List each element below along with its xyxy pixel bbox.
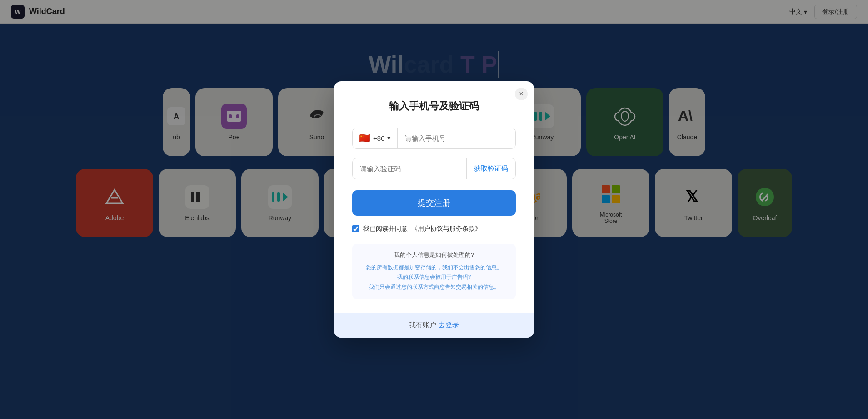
registration-modal: × 输入手机号及验证码 🇨🇳 +86 ▾ 获取验证码 提交注册 — [334, 81, 534, 338]
terms-link[interactable]: 《用户协议与服务条款》 — [411, 225, 481, 233]
get-code-button[interactable]: 获取验证码 — [466, 158, 515, 179]
privacy-section: 我的个人信息是如何被处理的? 您的所有数据都是加密存储的，我们不会出售您的信息。… — [352, 244, 516, 300]
modal-footer: 我有账户 去登录 — [334, 313, 534, 338]
dropdown-arrow-icon: ▾ — [387, 134, 391, 142]
modal-close-button[interactable]: × — [515, 88, 528, 100]
country-selector[interactable]: 🇨🇳 +86 ▾ — [353, 128, 398, 148]
privacy-line1: 您的所有数据都是加密存储的，我们不会出售您的信息。 — [359, 263, 509, 273]
privacy-line2: 我的联系信息会被用于广告吗? — [359, 272, 509, 282]
phone-input[interactable] — [398, 128, 515, 148]
privacy-line3: 我们只会通过您的联系方式向您告知交易相关的信息。 — [359, 282, 509, 292]
phone-input-group: 🇨🇳 +86 ▾ — [352, 128, 516, 149]
country-code: +86 — [373, 134, 384, 142]
modal-overlay: × 输入手机号及验证码 🇨🇳 +86 ▾ 获取验证码 提交注册 — [0, 0, 868, 419]
agree-row: 我已阅读并同意 《用户协议与服务条款》 — [352, 225, 516, 233]
verification-code-input[interactable] — [353, 158, 466, 179]
modal-title: 输入手机号及验证码 — [352, 99, 516, 113]
code-input-group: 获取验证码 — [352, 158, 516, 179]
modal-body: 输入手机号及验证码 🇨🇳 +86 ▾ 获取验证码 提交注册 我已阅读 — [334, 81, 534, 313]
agree-checkbox[interactable] — [352, 225, 359, 232]
submit-register-button[interactable]: 提交注册 — [352, 190, 516, 216]
privacy-question: 我的个人信息是如何被处理的? — [359, 251, 509, 259]
china-flag-icon: 🇨🇳 — [359, 133, 370, 143]
footer-text: 我有账户 — [409, 321, 436, 329]
go-login-link[interactable]: 去登录 — [439, 321, 459, 329]
agree-text: 我已阅读并同意 — [363, 225, 408, 233]
